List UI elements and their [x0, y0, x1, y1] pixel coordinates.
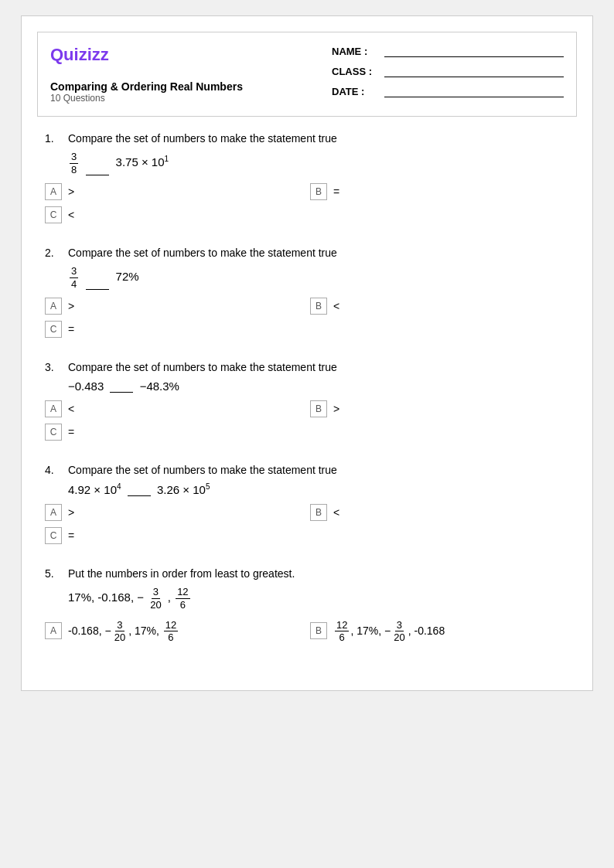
- choice-label-2C: C: [45, 321, 62, 338]
- choice-label-C: C: [45, 206, 62, 223]
- choice-4-B[interactable]: B <: [310, 504, 569, 521]
- class-label: CLASS :: [332, 66, 378, 77]
- choice-label-2B: B: [310, 298, 327, 315]
- choice-2-C[interactable]: C =: [45, 321, 304, 338]
- question-3-text: Compare the set of numbers to make the s…: [68, 361, 337, 373]
- choice-text-4-B: <: [333, 506, 339, 519]
- choice-label-5A: A: [45, 622, 62, 639]
- fraction-3-4: 3 4: [70, 265, 78, 290]
- frac-3-20-a: 320: [113, 619, 127, 644]
- question-3-header: 3. Compare the set of numbers to make th…: [45, 361, 569, 373]
- choice-text-5-B: 126, 17%, −320, -0.168: [333, 619, 445, 644]
- fraction-3-20: 3 20: [148, 586, 162, 611]
- question-1-num: 1.: [45, 132, 60, 145]
- choice-5-B[interactable]: B 126, 17%, −320, -0.168: [310, 619, 569, 644]
- question-2-expr: 3 4 72%: [68, 265, 569, 290]
- choice-3-A[interactable]: A <: [45, 400, 304, 417]
- question-1-text: Compare the set of numbers to make the s…: [68, 132, 337, 145]
- question-2-choices: A > B < C =: [45, 298, 569, 338]
- questions-section: 1. Compare the set of numbers to make th…: [22, 132, 592, 690]
- blank-3: [110, 392, 133, 393]
- choice-2-B[interactable]: B <: [310, 298, 569, 315]
- choice-text-2-B: <: [333, 300, 339, 312]
- choice-text-1-A: >: [68, 186, 74, 198]
- question-4-choices: A > B < C =: [45, 504, 569, 544]
- worksheet-title: Comparing & Ordering Real Numbers: [50, 80, 243, 93]
- choice-text-4-C: =: [68, 529, 74, 542]
- choice-3-B[interactable]: B >: [310, 400, 569, 417]
- date-field-row: DATE :: [332, 85, 564, 97]
- date-label: DATE :: [332, 86, 378, 97]
- worksheet-header: Quizizz Comparing & Ordering Real Number…: [37, 32, 577, 117]
- blank-4: [128, 495, 151, 496]
- question-2-header: 2. Compare the set of numbers to make th…: [45, 247, 569, 259]
- frac-12-6-a: 126: [164, 619, 178, 644]
- question-2-text: Compare the set of numbers to make the s…: [68, 247, 337, 259]
- choice-2-A[interactable]: A >: [45, 298, 304, 315]
- question-1-header: 1. Compare the set of numbers to make th…: [45, 132, 569, 145]
- header-left: Quizizz Comparing & Ordering Real Number…: [50, 45, 243, 104]
- choice-4-C[interactable]: C =: [45, 527, 304, 544]
- frac-3-20-b: 320: [392, 619, 406, 644]
- question-2-num: 2.: [45, 247, 60, 259]
- question-4-expr: 4.92 × 104 3.26 × 105: [68, 482, 569, 496]
- fraction-3-8: 3 8: [70, 151, 78, 175]
- worksheet-subtitle: 10 Questions: [50, 93, 243, 104]
- question-4-num: 4.: [45, 464, 60, 476]
- choice-label-3A: A: [45, 400, 62, 417]
- blank-2: [86, 289, 109, 290]
- date-line: [384, 85, 564, 97]
- class-line: [384, 65, 564, 77]
- worksheet-page: Quizizz Comparing & Ordering Real Number…: [21, 15, 593, 691]
- choice-text-5-A: -0.168, −320, 17%, 126: [68, 619, 179, 644]
- question-4-header: 4. Compare the set of numbers to make th…: [45, 464, 569, 476]
- frac-12-6-b: 126: [335, 619, 349, 644]
- question-5-num: 5.: [45, 567, 60, 580]
- choice-label-3C: C: [45, 424, 62, 441]
- choice-text-1-C: <: [68, 209, 74, 221]
- question-3: 3. Compare the set of numbers to make th…: [45, 361, 569, 441]
- choice-text-3-C: =: [68, 426, 74, 438]
- choice-1-C[interactable]: C <: [45, 206, 304, 223]
- question-4-text: Compare the set of numbers to make the s…: [68, 464, 337, 476]
- choice-label-4B: B: [310, 504, 327, 521]
- header-right: NAME : CLASS : DATE :: [332, 45, 564, 97]
- choice-1-A[interactable]: A >: [45, 183, 304, 200]
- choice-label-5B: B: [310, 622, 327, 639]
- choice-text-4-A: >: [68, 506, 74, 519]
- question-3-num: 3.: [45, 361, 60, 373]
- choice-label-3B: B: [310, 400, 327, 417]
- question-5-text: Put the numbers in order from least to g…: [68, 567, 295, 580]
- question-1: 1. Compare the set of numbers to make th…: [45, 132, 569, 223]
- question-3-expr: −0.483 −48.3%: [68, 380, 569, 393]
- choice-label-B: B: [310, 183, 327, 200]
- question-1-expr: 3 8 3.75 × 101: [68, 151, 569, 175]
- question-1-choices: A > B = C <: [45, 183, 569, 223]
- question-4: 4. Compare the set of numbers to make th…: [45, 464, 569, 544]
- choice-text-1-B: =: [333, 186, 339, 198]
- logo-text: Quizizz: [50, 45, 109, 64]
- choice-text-2-C: =: [68, 323, 74, 335]
- question-5-choices: A -0.168, −320, 17%, 126 B 126, 17%, −32…: [45, 619, 569, 644]
- quizizz-logo: Quizizz: [50, 45, 243, 65]
- choice-label-4C: C: [45, 527, 62, 544]
- choice-text-2-A: >: [68, 300, 74, 312]
- choice-label-4A: A: [45, 504, 62, 521]
- question-2: 2. Compare the set of numbers to make th…: [45, 247, 569, 338]
- question-3-choices: A < B > C =: [45, 400, 569, 441]
- fraction-12-6: 12 6: [176, 586, 189, 611]
- class-field-row: CLASS :: [332, 65, 564, 77]
- choice-4-A[interactable]: A >: [45, 504, 304, 521]
- choice-label-A: A: [45, 183, 62, 200]
- blank-1: [86, 175, 109, 175]
- choice-text-3-A: <: [68, 403, 74, 415]
- name-label: NAME :: [332, 46, 378, 57]
- choice-label-2A: A: [45, 298, 62, 315]
- choice-text-3-B: >: [333, 403, 339, 415]
- question-5: 5. Put the numbers in order from least t…: [45, 567, 569, 643]
- choice-3-C[interactable]: C =: [45, 424, 304, 441]
- choice-1-B[interactable]: B =: [310, 183, 569, 200]
- name-field-row: NAME :: [332, 45, 564, 57]
- question-5-header: 5. Put the numbers in order from least t…: [45, 567, 569, 580]
- choice-5-A[interactable]: A -0.168, −320, 17%, 126: [45, 619, 304, 644]
